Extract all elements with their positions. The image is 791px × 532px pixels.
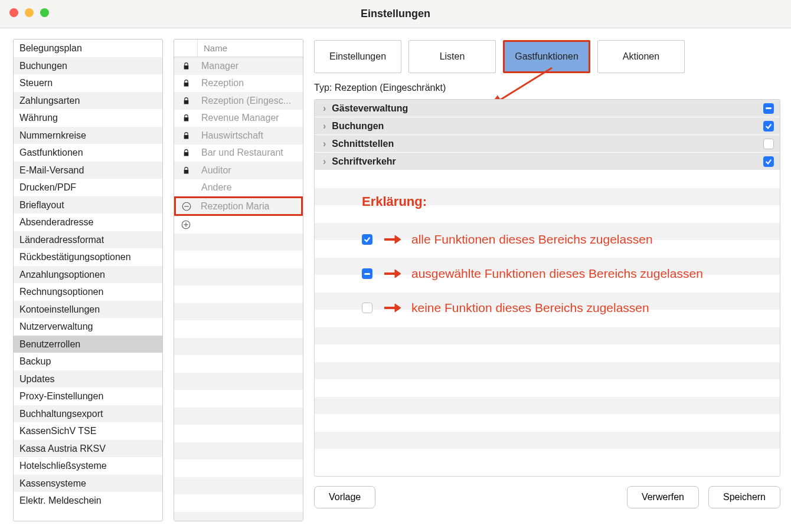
settings-item[interactable]: Nutzerverwaltung (14, 318, 162, 336)
settings-item[interactable]: Kassensysteme (14, 475, 162, 492)
role-row[interactable]: Bar und Restaurant (174, 145, 303, 162)
plus-icon[interactable] (174, 219, 198, 230)
empty-row (174, 512, 303, 522)
permission-section[interactable]: ›Buchungen (315, 117, 780, 135)
settings-item[interactable]: Buchungen (14, 57, 162, 75)
empty-row (315, 449, 780, 467)
settings-category-list: BelegungsplanBuchungenSteuernZahlungsart… (13, 39, 163, 521)
section-checkbox[interactable] (763, 156, 774, 167)
role-row[interactable]: Rezeption (Eingesc... (174, 92, 303, 110)
permission-section[interactable]: ›Gästeverwaltung (315, 100, 780, 117)
lock-icon (174, 78, 198, 88)
role-name: Manager (198, 61, 303, 71)
permission-section[interactable]: ›Schriftverkehr (315, 153, 780, 170)
settings-item[interactable]: Kassa Austria RKSV (14, 440, 162, 458)
role-row[interactable]: Hauswirtschaft (174, 127, 303, 145)
workspace: BelegungsplanBuchungenSteuernZahlungsart… (0, 28, 791, 523)
checkbox-example (362, 234, 372, 245)
role-name: Bar und Restaurant (198, 147, 303, 158)
role-row[interactable]: Manager (174, 57, 303, 75)
settings-item[interactable]: Backup (14, 353, 162, 370)
role-name: Rezeption (Eingesc... (198, 96, 303, 106)
permission-section[interactable]: ›Schnittstellen (315, 135, 780, 153)
settings-item[interactable]: Gastfunktionen (14, 144, 162, 162)
role-row[interactable]: Revenue Manager (174, 110, 303, 127)
discard-button[interactable]: Verwerfen (627, 486, 699, 508)
empty-row (315, 362, 780, 380)
save-button[interactable]: Speichern (708, 486, 780, 508)
explanation-row: ausgewählte Funktionen dieses Bereichs z… (362, 257, 761, 291)
settings-item[interactable]: Steuern (14, 74, 162, 92)
settings-item[interactable]: Belegungsplan (14, 40, 162, 57)
settings-item[interactable]: Kontoeinstellungen (14, 301, 162, 318)
empty-row (174, 459, 303, 477)
settings-item[interactable]: Benutzerrollen (14, 336, 162, 353)
chevron-right-icon: › (323, 139, 326, 149)
settings-item[interactable]: Buchhaltungsexport (14, 405, 162, 423)
settings-item[interactable]: Drucken/PDF (14, 179, 162, 196)
empty-row (174, 338, 303, 356)
settings-item[interactable]: Absenderadresse (14, 214, 162, 231)
settings-item[interactable]: Anzahlungsoptionen (14, 266, 162, 284)
template-button[interactable]: Vorlage (314, 486, 375, 508)
section-label: Buchungen (332, 121, 763, 132)
role-name: Auditor (198, 165, 303, 176)
role-name: Andere (198, 182, 303, 193)
titlebar: Einstellungen (0, 0, 791, 28)
role-name: Rezeption (198, 78, 303, 88)
role-row[interactable]: Auditor (174, 162, 303, 179)
tab-aktionen[interactable]: Aktionen (597, 40, 685, 73)
add-role-row[interactable] (174, 216, 303, 234)
chevron-right-icon: › (323, 103, 326, 114)
settings-item[interactable]: Länderadressformat (14, 231, 162, 249)
role-name: Revenue Manager (198, 113, 303, 123)
empty-row (174, 251, 303, 268)
close-window-button[interactable] (9, 8, 18, 17)
section-label: Gästeverwaltung (332, 103, 763, 114)
role-row[interactable]: Andere (174, 179, 303, 197)
lock-icon (174, 96, 198, 106)
roles-header-name: Name (198, 43, 227, 53)
settings-item[interactable]: E-Mail-Versand (14, 162, 162, 179)
remove-icon[interactable] (176, 201, 197, 212)
explanation-text: alle Funktionen dieses Bereichs zugelass… (411, 232, 653, 247)
maximize-window-button[interactable] (40, 8, 49, 17)
explanation-row: alle Funktionen dieses Bereichs zugelass… (362, 222, 761, 257)
arrow-right-icon (383, 267, 401, 280)
empty-row (174, 303, 303, 321)
settings-item[interactable]: Brieflayout (14, 196, 162, 214)
empty-row (315, 432, 780, 449)
empty-row (174, 268, 303, 286)
empty-row (315, 344, 780, 362)
chevron-right-icon: › (323, 121, 326, 132)
settings-item[interactable]: Nummernkreise (14, 127, 162, 145)
settings-item[interactable]: Hotelschließsysteme (14, 457, 162, 475)
settings-item[interactable]: Währung (14, 109, 162, 127)
tab-einstellungen[interactable]: Einstellungen (314, 40, 401, 73)
tab-listen[interactable]: Listen (408, 40, 496, 73)
minimize-window-button[interactable] (25, 8, 34, 17)
explanation-text: keine Funktion dieses Bereichs zugelasse… (411, 301, 649, 315)
empty-row (174, 285, 303, 303)
roles-header: Name (174, 40, 303, 57)
arrow-right-icon (383, 301, 401, 314)
lock-icon (174, 166, 198, 175)
settings-item[interactable]: Updates (14, 370, 162, 388)
role-row[interactable]: Rezeption Maria (174, 196, 303, 216)
arrow-right-icon (383, 233, 401, 246)
settings-item[interactable]: Proxy-Einstellungen (14, 387, 162, 405)
lock-icon (174, 131, 198, 140)
section-checkbox[interactable] (763, 121, 774, 132)
settings-item[interactable]: Rechnungsoptionen (14, 283, 162, 301)
settings-item[interactable]: Rückbestätigungsoptionen (14, 248, 162, 266)
settings-item[interactable]: Zahlungsarten (14, 92, 162, 110)
empty-row (174, 425, 303, 442)
empty-row (174, 234, 303, 251)
settings-item[interactable]: KassenSichV TSE (14, 422, 162, 440)
role-row[interactable]: Rezeption (174, 75, 303, 93)
section-checkbox[interactable] (763, 139, 774, 149)
empty-row (174, 442, 303, 460)
section-checkbox[interactable] (763, 103, 774, 114)
role-name: Rezeption Maria (197, 201, 301, 212)
settings-item[interactable]: Elektr. Meldeschein (14, 492, 162, 510)
